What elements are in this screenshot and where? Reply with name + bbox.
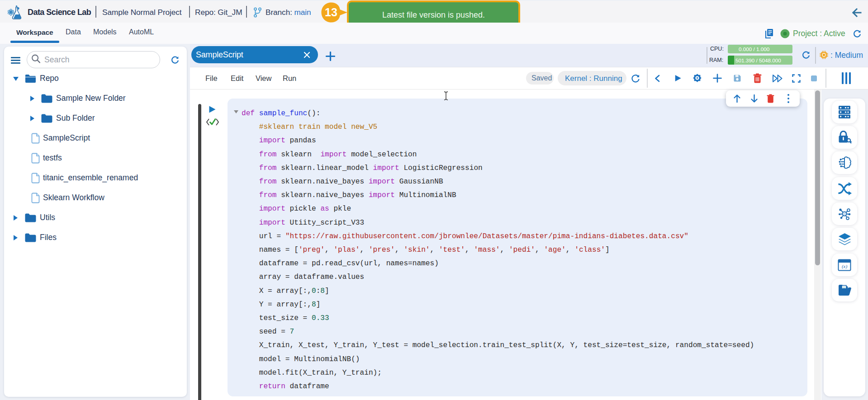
svg-text:(x): (x) — [842, 263, 848, 269]
svg-text:13: 13 — [325, 6, 337, 19]
